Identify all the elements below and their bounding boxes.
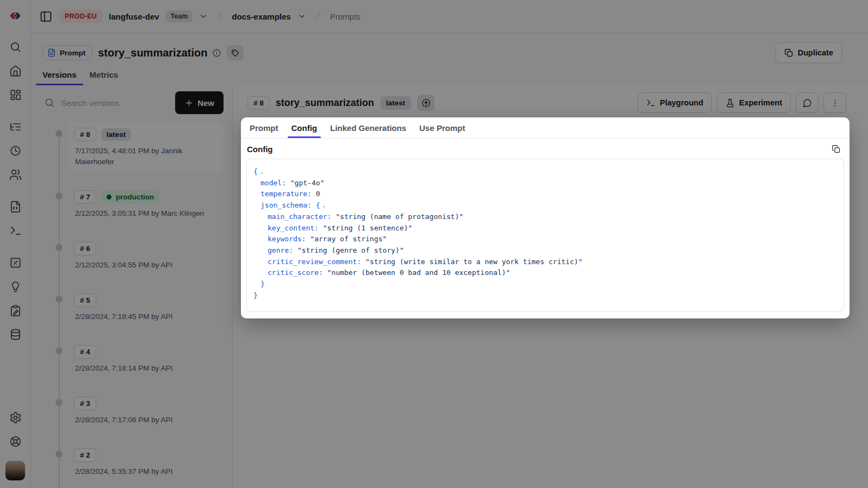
config-card: Prompt Config Linked Generations Use Pro… [241,117,850,318]
tab-config[interactable]: Config [285,120,324,138]
config-code-line: critic_score: "number (between 0 bad and… [253,267,837,279]
copy-config-button[interactable] [832,145,841,154]
config-code-line: keywords: "array of strings" [253,234,837,245]
config-card-tabs: Prompt Config Linked Generations Use Pro… [241,117,850,139]
config-code-line: } [253,279,837,290]
tab-prompt[interactable]: Prompt [243,120,285,138]
collapse-chevron-icon[interactable]: ⌄ [259,168,264,175]
config-code-line: critic_review_comment: "string (write si… [253,256,837,268]
copy-icon [832,145,841,154]
config-code-line: {⌄ [253,166,837,178]
config-code[interactable]: {⌄model: "gpt-4o"temperature: 0json_sche… [246,159,844,312]
tab-use-prompt[interactable]: Use Prompt [413,120,472,138]
config-code-line: main_character: "string (name of protago… [253,211,837,223]
config-code-line: key_content: "string (1 sentence)" [253,223,837,234]
tab-linked-generations[interactable]: Linked Generations [324,120,413,138]
config-code-line: genre: "string (genre of story)" [253,245,837,256]
config-code-line: temperature: 0 [253,189,837,200]
config-section-title: Config [247,145,272,154]
config-code-line: json_schema: {⌄ [253,200,837,211]
config-code-line: model: "gpt-4o" [253,178,837,189]
config-code-line: } [253,290,837,302]
collapse-chevron-icon[interactable]: ⌄ [322,202,327,209]
config-section-header: Config [241,139,850,159]
